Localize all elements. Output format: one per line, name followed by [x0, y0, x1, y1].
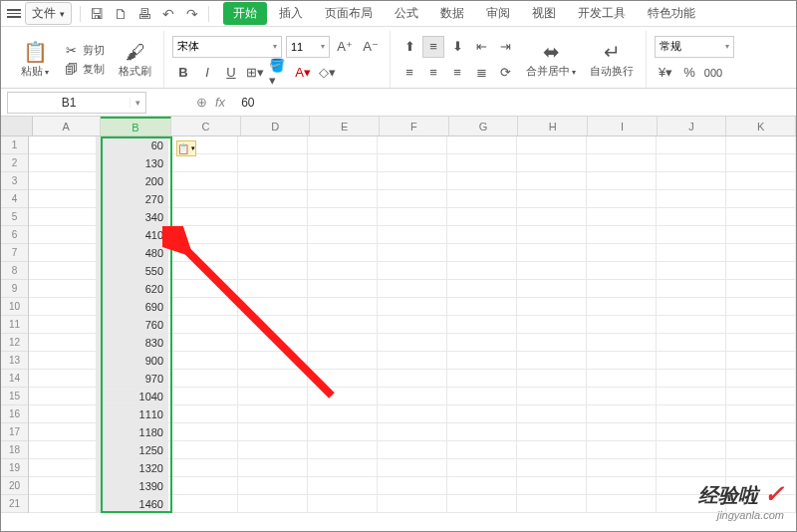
tab-4[interactable]: 数据	[430, 2, 474, 25]
cell[interactable]	[517, 495, 587, 513]
name-box[interactable]: B1 ▾	[7, 92, 146, 114]
cell[interactable]	[308, 154, 378, 172]
cell[interactable]	[238, 316, 308, 334]
cell[interactable]	[378, 208, 447, 226]
cell[interactable]: 480	[97, 244, 168, 262]
cell[interactable]	[378, 280, 447, 298]
cell[interactable]	[517, 154, 587, 172]
cell[interactable]	[447, 477, 517, 495]
cell[interactable]	[517, 226, 587, 244]
cell[interactable]: 1040	[97, 388, 168, 405]
align-bottom-icon[interactable]: ⬇	[446, 36, 468, 58]
row-header[interactable]: 5	[1, 208, 28, 226]
cell[interactable]	[308, 208, 378, 226]
cell[interactable]	[378, 154, 447, 172]
cell[interactable]	[517, 441, 587, 459]
cell[interactable]	[726, 298, 796, 316]
cell[interactable]	[657, 334, 726, 352]
cell[interactable]	[587, 423, 657, 441]
row-header[interactable]: 11	[1, 316, 28, 334]
highlight-button[interactable]: ◇▾	[316, 62, 338, 84]
cell[interactable]	[168, 316, 238, 334]
cell[interactable]	[238, 405, 308, 423]
cell[interactable]	[657, 226, 726, 244]
cell[interactable]: 200	[97, 172, 168, 190]
cell[interactable]	[517, 298, 587, 316]
cell[interactable]	[657, 136, 726, 154]
cell[interactable]	[657, 459, 726, 477]
formula-input[interactable]: 60	[233, 96, 254, 110]
cell[interactable]	[517, 352, 587, 370]
cell[interactable]: 1320	[97, 459, 168, 477]
column-header-I[interactable]: I	[588, 117, 658, 135]
cell[interactable]	[447, 190, 517, 208]
cell[interactable]	[657, 208, 726, 226]
cell[interactable]	[29, 298, 97, 316]
cell[interactable]	[517, 244, 587, 262]
merge-center-button[interactable]: ⬌ 合并居中▾	[522, 38, 580, 81]
cell[interactable]	[238, 352, 308, 370]
align-middle-icon[interactable]: ≡	[422, 36, 444, 58]
cell[interactable]	[726, 226, 796, 244]
tab-7[interactable]: 开发工具	[568, 2, 636, 25]
tab-2[interactable]: 页面布局	[315, 2, 383, 25]
cell[interactable]	[517, 208, 587, 226]
cell[interactable]	[29, 423, 97, 441]
row-header[interactable]: 1	[1, 136, 28, 154]
number-format-combo[interactable]: 常规▾	[655, 36, 734, 58]
column-header-H[interactable]: H	[518, 117, 588, 135]
cell[interactable]	[587, 280, 657, 298]
cell[interactable]: 900	[97, 352, 168, 370]
font-color-button[interactable]: A▾	[292, 62, 314, 84]
cell[interactable]	[378, 495, 447, 513]
italic-button[interactable]: I	[196, 62, 218, 84]
row-header[interactable]: 10	[1, 298, 28, 316]
cell[interactable]	[238, 370, 308, 388]
row-header[interactable]: 12	[1, 334, 28, 352]
cell[interactable]	[308, 298, 378, 316]
bold-button[interactable]: B	[172, 62, 194, 84]
cell[interactable]	[29, 262, 97, 280]
cell[interactable]	[447, 352, 517, 370]
cell[interactable]	[168, 190, 238, 208]
cell[interactable]	[587, 441, 657, 459]
row-header[interactable]: 20	[1, 477, 28, 495]
cell[interactable]	[378, 190, 447, 208]
cell[interactable]	[726, 316, 796, 334]
cell[interactable]	[517, 316, 587, 334]
cell[interactable]	[378, 423, 447, 441]
cell[interactable]	[168, 298, 238, 316]
cell[interactable]	[587, 298, 657, 316]
tab-1[interactable]: 插入	[269, 2, 313, 25]
cell[interactable]	[168, 423, 238, 441]
cell[interactable]	[168, 477, 238, 495]
cell[interactable]	[29, 208, 97, 226]
cell[interactable]	[29, 226, 97, 244]
row-header[interactable]: 18	[1, 441, 28, 459]
cell[interactable]	[726, 154, 796, 172]
cell[interactable]	[378, 172, 447, 190]
row-header[interactable]: 14	[1, 370, 28, 388]
cell[interactable]	[657, 352, 726, 370]
cell[interactable]	[517, 405, 587, 423]
row-header[interactable]: 17	[1, 423, 28, 441]
cell[interactable]	[308, 244, 378, 262]
cell[interactable]	[378, 388, 447, 405]
cell[interactable]	[29, 172, 97, 190]
cell[interactable]	[587, 136, 657, 154]
hamburger-icon[interactable]	[7, 7, 21, 20]
cell[interactable]	[378, 370, 447, 388]
cell[interactable]: 760	[97, 316, 168, 334]
cell[interactable]: 1250	[97, 441, 168, 459]
cell[interactable]: 1180	[97, 423, 168, 441]
cell[interactable]: 60	[97, 136, 168, 154]
cell[interactable]	[378, 334, 447, 352]
cell[interactable]	[657, 316, 726, 334]
cell[interactable]	[447, 226, 517, 244]
cell[interactable]	[308, 441, 378, 459]
cell[interactable]	[517, 334, 587, 352]
cell[interactable]	[447, 172, 517, 190]
cell[interactable]	[517, 423, 587, 441]
cell[interactable]	[378, 405, 447, 423]
cell[interactable]	[308, 316, 378, 334]
